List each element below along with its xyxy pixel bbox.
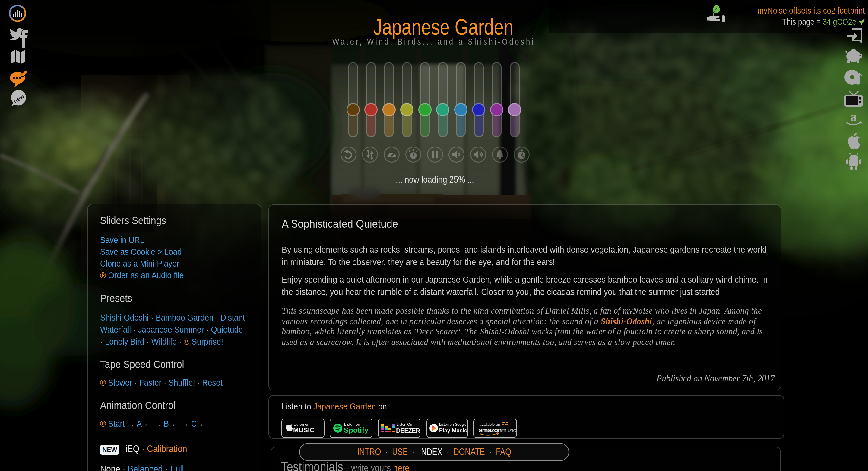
svg-text:Listen on Google: Listen on Google: [439, 422, 467, 427]
svg-text:available on: available on: [479, 422, 500, 427]
svg-text:DEEZER: DEEZER: [396, 427, 420, 434]
svg-text:music: music: [501, 427, 516, 434]
svg-text:Listen On: Listen On: [397, 422, 412, 427]
svg-text:Play Music: Play Music: [439, 428, 467, 434]
svg-text:a: a: [850, 111, 857, 124]
svg-text:Spotify: Spotify: [344, 426, 369, 434]
svg-text:Listen on: Listen on: [293, 422, 309, 427]
svg-text:MUSIC: MUSIC: [293, 427, 315, 434]
